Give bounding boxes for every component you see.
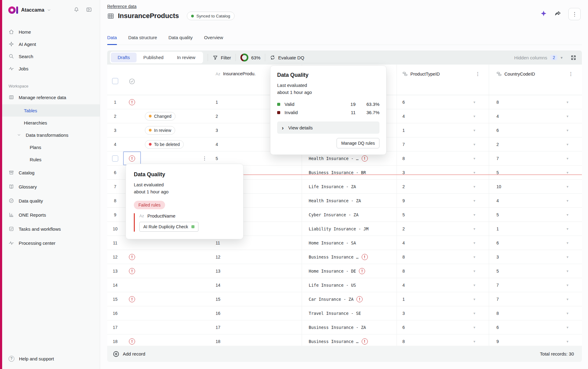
fullscreen-icon[interactable] — [571, 55, 576, 61]
chevron-down-icon[interactable]: ▾ — [473, 156, 475, 161]
table-row[interactable]: 15 ! 15 Car Insurance - ZA ! 1 ▾ 7 ▾ — [107, 292, 582, 306]
cell-product-type-id[interactable]: 2 — [402, 226, 405, 231]
column-header-insurance-product-id[interactable]: Az InsuranceProdu. — [216, 71, 256, 76]
chevron-down-icon[interactable]: ▾ — [567, 283, 568, 287]
chevron-down-icon[interactable]: ▾ — [567, 128, 568, 132]
cell-product-name[interactable]: Business Insurance - BR — [309, 170, 366, 175]
cell-insurance-product-id[interactable]: 18 — [216, 339, 221, 344]
evaluate-dq-button[interactable]: Evaluate DQ — [270, 55, 304, 60]
cell-country-code-id[interactable]: 4 — [496, 198, 499, 203]
cell-insurance-product-id[interactable]: 14 — [216, 283, 221, 288]
cell-product-type-id[interactable]: 1 — [402, 297, 405, 302]
sidebar-item-glossary[interactable]: Glossary — [2, 180, 100, 194]
share-icon[interactable] — [554, 10, 561, 18]
chevron-down-icon[interactable]: ▾ — [473, 142, 475, 147]
chevron-down-icon[interactable]: ▾ — [473, 269, 475, 273]
sidebar-item-catalog[interactable]: Catalog — [2, 166, 100, 180]
segment-drafts[interactable]: Drafts — [111, 53, 137, 62]
segment-published[interactable]: Published — [137, 53, 170, 62]
cell-product-type-id[interactable]: 8 — [402, 156, 405, 161]
cell-insurance-product-id[interactable]: 13 — [216, 269, 221, 274]
column-header-product-type-id[interactable]: ProductTypeID — [402, 71, 440, 76]
error-icon[interactable]: ! — [129, 338, 135, 345]
cell-country-code-id[interactable]: 7 — [496, 283, 499, 288]
cell-product-type-id[interactable]: 1 — [402, 128, 405, 133]
sidebar-item-one-reports[interactable]: ONE Reports — [2, 208, 100, 222]
chevron-down-icon[interactable]: ▾ — [473, 255, 475, 259]
table-row[interactable]: 16 16 Travel Insurance - SE 3 ▾ 8 ▾ — [107, 306, 582, 320]
table-row[interactable]: 13 ! 13 Home Insurance - DE ! 8 ▾ 5 ▾ — [107, 264, 582, 278]
cell-product-name[interactable]: Cyber Insurance - ZA — [309, 212, 359, 217]
cell-country-code-id[interactable]: 8 — [496, 311, 499, 316]
chevron-down-icon[interactable]: ▾ — [567, 255, 568, 259]
select-all-checkbox[interactable] — [112, 78, 118, 84]
cell-country-code-id[interactable]: 3 — [496, 255, 499, 259]
cell-country-code-id[interactable]: 9 — [496, 339, 499, 344]
add-record-button[interactable]: Add record — [113, 351, 145, 357]
chevron-down-icon[interactable]: ▾ — [567, 100, 568, 104]
chevron-down-icon[interactable]: ▾ — [567, 213, 568, 217]
chevron-down-icon[interactable]: ▾ — [567, 199, 568, 203]
error-icon[interactable]: ! — [356, 296, 363, 302]
sidebar-item-ai-agent[interactable]: AI Agent — [2, 38, 100, 50]
sidebar-item-help-and-support[interactable]: ? Help and support — [2, 352, 100, 365]
chevron-down-icon[interactable]: ▾ — [567, 339, 568, 344]
cell-product-name[interactable]: Home Insurance - DE — [309, 269, 356, 274]
column-menu-icon[interactable]: ⋮ — [568, 71, 573, 77]
cell-product-name[interactable]: Life Insurance - ZA — [309, 184, 356, 189]
cell-insurance-product-id[interactable]: 11 — [216, 240, 220, 245]
cell-country-code-id[interactable]: 6 — [496, 128, 499, 133]
chevron-down-icon[interactable]: ▾ — [567, 241, 568, 245]
cell-country-code-id[interactable]: 7 — [496, 156, 499, 161]
chevron-down-icon[interactable]: ▾ — [473, 241, 475, 245]
chevron-down-icon[interactable]: ▾ — [567, 142, 568, 147]
chevron-down-icon[interactable]: ▾ — [473, 325, 475, 330]
collapse-sidebar-icon[interactable] — [86, 7, 92, 14]
tab-data-quality[interactable]: Data quality — [168, 33, 193, 45]
chevron-down-icon[interactable]: ▾ — [473, 170, 475, 175]
cell-product-type-id[interactable]: 3 — [402, 170, 405, 175]
chevron-down-icon[interactable]: ▾ — [567, 114, 568, 118]
cell-country-code-id[interactable]: 5 — [496, 212, 499, 217]
cell-country-code-id[interactable]: 8 — [496, 100, 499, 105]
error-icon[interactable]: ! — [129, 268, 135, 274]
cell-product-name[interactable]: Business Insurance … — [309, 339, 359, 344]
cell-country-code-id[interactable]: 2 — [496, 142, 499, 147]
chevron-down-icon[interactable]: ▾ — [473, 114, 475, 118]
cell-insurance-product-id[interactable]: 17 — [216, 325, 221, 330]
error-icon[interactable]: ! — [129, 155, 135, 162]
cell-product-name[interactable]: Life Insurance - US — [309, 283, 356, 288]
cell-product-type-id[interactable]: 6 — [402, 100, 405, 105]
sidebar-item-manage-reference-data[interactable]: Manage reference data — [2, 90, 100, 104]
filter-button[interactable]: Filter — [213, 55, 231, 60]
breadcrumb[interactable]: Reference data — [107, 4, 137, 9]
column-header-country-code-id[interactable]: CountryCodeID — [496, 71, 535, 76]
manage-dq-rules-button[interactable]: Manage DQ rules — [337, 138, 379, 148]
error-icon[interactable]: ! — [129, 254, 135, 260]
row-checkbox[interactable] — [112, 155, 118, 162]
cell-product-type-id[interactable]: 4 — [402, 283, 405, 288]
sidebar-item-tasks-and-workflows[interactable]: Tasks and workflows — [2, 222, 100, 236]
cell-country-code-id[interactable]: 6 — [496, 325, 499, 330]
cell-product-type-id[interactable]: 3 — [402, 311, 405, 316]
cell-country-code-id[interactable]: 4 — [496, 114, 499, 119]
sidebar-item-rules[interactable]: Rules — [2, 153, 100, 166]
cell-insurance-product-id[interactable]: 12 — [216, 255, 221, 259]
cell-insurance-product-id[interactable]: 1 — [216, 100, 218, 105]
chevron-down-icon[interactable]: ▾ — [473, 184, 475, 189]
circle-check-icon[interactable] — [129, 78, 135, 86]
chevron-down-icon[interactable]: ▾ — [473, 339, 475, 344]
sidebar-item-plans[interactable]: Plans — [2, 141, 100, 153]
cell-insurance-product-id[interactable]: 4 — [216, 142, 218, 147]
cell-country-code-id[interactable]: 5 — [496, 269, 499, 274]
chevron-down-icon[interactable]: ▾ — [473, 297, 475, 301]
cell-product-name[interactable]: Business Insurance … — [309, 255, 359, 259]
cell-product-name[interactable]: Business Insurance - ZA — [309, 325, 366, 330]
error-icon[interactable]: ! — [129, 296, 135, 302]
error-icon[interactable]: ! — [362, 254, 368, 260]
cell-product-type-id[interactable]: 7 — [402, 142, 405, 147]
cell-insurance-product-id[interactable]: 15 — [216, 297, 221, 302]
error-icon[interactable]: ! — [362, 155, 368, 162]
chevron-down-icon[interactable]: ▾ — [473, 311, 475, 315]
cell-product-name[interactable]: Home Insurance - SA — [309, 240, 356, 245]
